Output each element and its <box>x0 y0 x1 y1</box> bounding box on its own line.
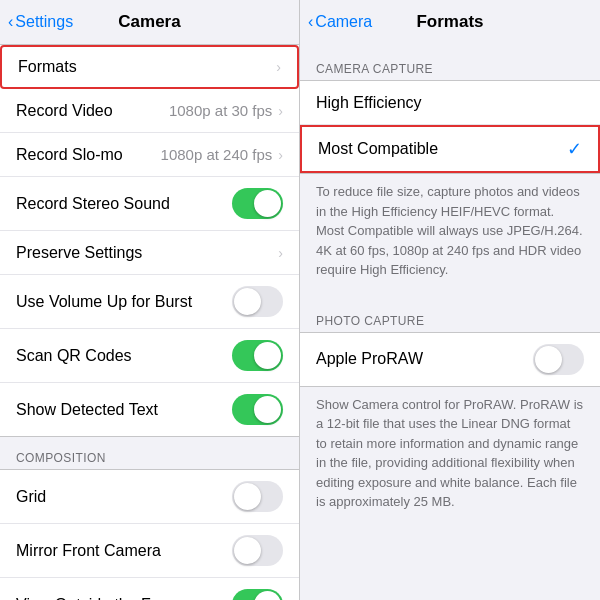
apple-proraw-toggle[interactable] <box>533 344 584 375</box>
preserve-settings-chevron-icon: › <box>278 245 283 261</box>
right-panel: ‹ Camera Formats CAMERA CAPTURE High Eff… <box>300 0 600 600</box>
most-compatible-row[interactable]: Most Compatible ✓ <box>300 125 600 173</box>
scan-qr-row[interactable]: Scan QR Codes <box>0 329 299 383</box>
record-stereo-label: Record Stereo Sound <box>16 195 232 213</box>
photo-capture-desc: Show Camera control for ProRAW. ProRAW i… <box>300 387 600 524</box>
formats-label: Formats <box>18 58 276 76</box>
scan-qr-toggle[interactable] <box>232 340 283 371</box>
chevron-left-icon: ‹ <box>308 13 313 31</box>
photo-capture-list: Apple ProRAW <box>300 332 600 387</box>
back-label: Settings <box>15 13 73 31</box>
right-back-label: Camera <box>315 13 372 31</box>
left-nav-title: Camera <box>118 12 180 32</box>
most-compatible-label: Most Compatible <box>318 140 567 158</box>
high-efficiency-row[interactable]: High Efficiency <box>300 81 600 125</box>
record-slomo-label: Record Slo-mo <box>16 146 161 164</box>
view-outside-toggle[interactable] <box>232 589 283 600</box>
record-slomo-chevron-icon: › <box>278 147 283 163</box>
right-section-list: CAMERA CAPTURE High Efficiency Most Comp… <box>300 44 600 600</box>
record-stereo-row[interactable]: Record Stereo Sound <box>0 177 299 231</box>
right-nav-bar: ‹ Camera Formats <box>300 0 600 44</box>
chevron-left-icon: ‹ <box>8 13 13 31</box>
composition-header: COMPOSITION <box>0 445 299 469</box>
main-settings-group: Formats › Record Video 1080p at 30 fps ›… <box>0 44 299 437</box>
checkmark-icon: ✓ <box>567 138 582 160</box>
formats-chevron-icon: › <box>276 59 281 75</box>
left-panel: ‹ Settings Camera Formats › Record Video… <box>0 0 300 600</box>
record-slomo-row[interactable]: Record Slo-mo 1080p at 240 fps › <box>0 133 299 177</box>
camera-back-button[interactable]: ‹ Camera <box>308 13 372 31</box>
apple-proraw-label: Apple ProRAW <box>316 350 533 368</box>
mirror-camera-row[interactable]: Mirror Front Camera <box>0 524 299 578</box>
grid-row[interactable]: Grid <box>0 470 299 524</box>
record-video-label: Record Video <box>16 102 169 120</box>
mirror-camera-toggle[interactable] <box>232 535 283 566</box>
left-section-list: Formats › Record Video 1080p at 30 fps ›… <box>0 44 299 600</box>
camera-capture-header: CAMERA CAPTURE <box>300 44 600 80</box>
record-slomo-value: 1080p at 240 fps <box>161 146 273 163</box>
formats-row[interactable]: Formats › <box>0 45 299 89</box>
record-video-row[interactable]: Record Video 1080p at 30 fps › <box>0 89 299 133</box>
preserve-settings-row[interactable]: Preserve Settings › <box>0 231 299 275</box>
camera-capture-list: High Efficiency Most Compatible ✓ <box>300 80 600 174</box>
camera-capture-desc: To reduce file size, capture photos and … <box>300 174 600 292</box>
volume-burst-row[interactable]: Use Volume Up for Burst <box>0 275 299 329</box>
composition-group: Grid Mirror Front Camera View Outside th… <box>0 469 299 600</box>
grid-toggle[interactable] <box>232 481 283 512</box>
record-video-value: 1080p at 30 fps <box>169 102 272 119</box>
show-text-toggle[interactable] <box>232 394 283 425</box>
settings-back-button[interactable]: ‹ Settings <box>8 13 73 31</box>
right-photo-capture-header: PHOTO CAPTURE <box>300 296 600 332</box>
volume-burst-toggle[interactable] <box>232 286 283 317</box>
scan-qr-label: Scan QR Codes <box>16 347 232 365</box>
record-stereo-toggle[interactable] <box>232 188 283 219</box>
right-nav-title: Formats <box>416 12 483 32</box>
view-outside-label: View Outside the Frame <box>16 596 232 601</box>
record-video-chevron-icon: › <box>278 103 283 119</box>
high-efficiency-label: High Efficiency <box>316 94 584 112</box>
show-text-row[interactable]: Show Detected Text <box>0 383 299 436</box>
view-outside-row[interactable]: View Outside the Frame <box>0 578 299 600</box>
show-text-label: Show Detected Text <box>16 401 232 419</box>
grid-label: Grid <box>16 488 232 506</box>
left-nav-bar: ‹ Settings Camera <box>0 0 299 44</box>
volume-burst-label: Use Volume Up for Burst <box>16 293 232 311</box>
apple-proraw-row[interactable]: Apple ProRAW <box>300 333 600 386</box>
preserve-settings-label: Preserve Settings <box>16 244 278 262</box>
mirror-camera-label: Mirror Front Camera <box>16 542 232 560</box>
